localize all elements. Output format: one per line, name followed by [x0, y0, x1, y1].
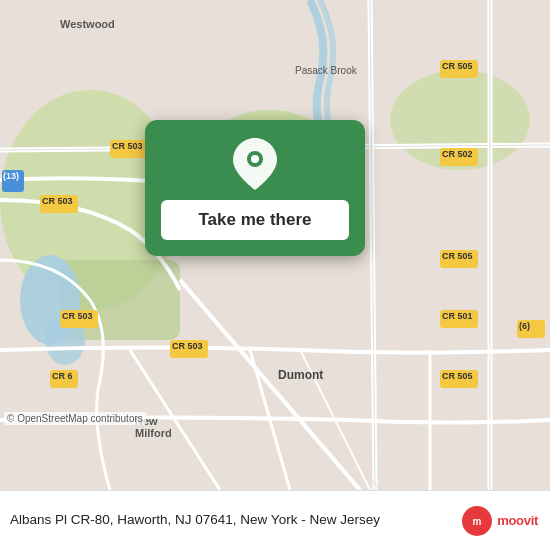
road-label-cr501: CR 501: [442, 311, 473, 321]
map-container: CR 503 CR 503 CR 503 CR 503 CR 505 CR 50…: [0, 0, 550, 490]
road-label-cr505-2: CR 505: [442, 251, 473, 261]
place-westwood: Westwood: [60, 18, 115, 30]
moovit-logo: m moovit: [461, 505, 538, 537]
road-label-cr503-2: CR 503: [42, 196, 73, 206]
road-label-cr502: CR 502: [442, 149, 473, 159]
road-label-cr503-3: CR 503: [62, 311, 93, 321]
address-text: Albans Pl CR-80, Haworth, NJ 07641, New …: [10, 511, 461, 530]
bottom-bar: Albans Pl CR-80, Haworth, NJ 07641, New …: [0, 490, 550, 550]
moovit-logo-text: moovit: [497, 513, 538, 528]
road-label-cr6: CR 6: [52, 371, 73, 381]
road-label-cr503-1: CR 503: [112, 141, 143, 151]
moovit-logo-icon: m: [461, 505, 493, 537]
svg-point-28: [251, 155, 259, 163]
location-pin-icon: [231, 140, 279, 188]
take-me-there-button[interactable]: Take me there: [161, 200, 349, 240]
road-label-13: (13): [3, 171, 19, 181]
place-dumont: Dumont: [278, 368, 323, 382]
road-label-cr505-3: CR 505: [442, 371, 473, 381]
road-label-cr505-1: CR 505: [442, 61, 473, 71]
place-pasack: Pasack Brook: [295, 65, 357, 76]
svg-text:m: m: [473, 516, 482, 527]
road-label-cr503-4: CR 503: [172, 341, 203, 351]
road-label-6-right: (6): [519, 321, 530, 331]
location-card: Take me there: [145, 120, 365, 256]
osm-credit: © OpenStreetMap contributors: [4, 412, 146, 425]
